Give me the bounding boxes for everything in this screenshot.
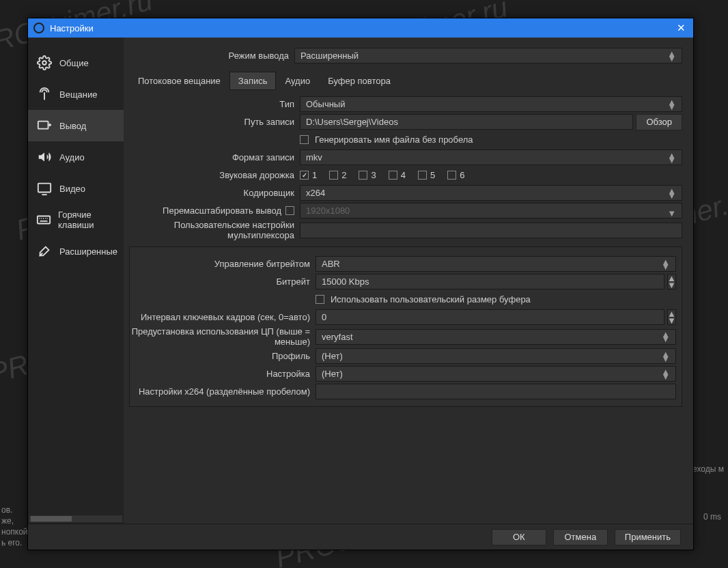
bg-text: 0 ms: [703, 512, 721, 522]
chevron-updown-icon: ▲▼: [661, 332, 670, 341]
chevron-updown-icon: ▲▼: [667, 188, 676, 198]
bitrate-input[interactable]: 15000 Kbps: [316, 274, 664, 289]
nospace-label: Генерировать имя файла без пробела: [315, 134, 473, 145]
speaker-icon: [36, 149, 53, 165]
chevron-updown-icon: ▲▼: [661, 352, 670, 361]
chevron-updown-icon: ▲▼: [661, 369, 670, 379]
chevron-updown-icon: ▲▼: [661, 259, 670, 269]
rec-type-label: Тип: [129, 99, 300, 109]
settings-sidebar: Общие Вещание Вывод Аудио Видео Горячие …: [28, 38, 124, 524]
sidebar-item-hotkeys[interactable]: Горячие клавиши: [28, 204, 124, 236]
profile-select[interactable]: (Нет)▲▼: [316, 348, 676, 364]
sidebar-scrollbar[interactable]: [29, 515, 122, 522]
tab-recording[interactable]: Запись: [229, 72, 277, 90]
track-6-checkbox[interactable]: [447, 171, 456, 180]
svg-rect-3: [38, 216, 50, 224]
output-mode-select[interactable]: Расширенный ▲▼: [294, 48, 682, 63]
antenna-icon: [36, 86, 53, 102]
sidebar-label: Вещание: [59, 89, 98, 100]
keyboard-icon: [36, 212, 51, 228]
sidebar-label: Расширенные: [59, 246, 117, 257]
tab-audio[interactable]: Аудио: [276, 72, 319, 90]
bitrate-label: Битрейт: [130, 276, 316, 287]
tune-label: Настройка: [130, 369, 316, 379]
close-icon[interactable]: ✕: [674, 22, 688, 34]
bitrate-spinner[interactable]: ▲▼: [667, 274, 676, 289]
x264opts-input[interactable]: [316, 384, 676, 399]
rec-tracks-label: Звуковая дорожка: [129, 170, 300, 180]
nospace-checkbox[interactable]: [300, 135, 309, 144]
apply-button[interactable]: Применить: [615, 529, 681, 545]
tools-icon: [36, 243, 53, 259]
rate-control-select[interactable]: ABR▲▼: [316, 256, 676, 272]
sidebar-item-output[interactable]: Вывод: [28, 110, 124, 141]
monitor-icon: [36, 180, 53, 197]
sidebar-label: Аудио: [59, 152, 85, 162]
rec-type-select[interactable]: Обычный▲▼: [300, 96, 682, 112]
tune-select[interactable]: (Нет)▲▼: [316, 366, 676, 382]
cancel-button[interactable]: Отмена: [553, 529, 608, 545]
keyint-label: Интервал ключевых кадров (сек, 0=авто): [130, 312, 316, 322]
keyint-input[interactable]: 0: [316, 309, 664, 325]
svg-rect-1: [38, 122, 48, 129]
keyint-spinner[interactable]: ▲▼: [667, 309, 676, 325]
select-value: Расширенный: [300, 51, 359, 61]
browse-button[interactable]: Обзор: [636, 114, 682, 130]
ok-button[interactable]: ОК: [492, 529, 546, 545]
svg-point-0: [42, 61, 46, 65]
chevron-updown-icon: ▲▼: [667, 51, 676, 61]
bg-text: ь его.: [1, 538, 22, 548]
track-2-checkbox[interactable]: [329, 171, 338, 180]
sidebar-label: Общие: [59, 58, 89, 68]
custom-buffer-label: Использовать пользовательский размер буф…: [331, 294, 531, 304]
rec-encoder-select[interactable]: x264▲▼: [300, 185, 682, 201]
rec-rescale-label: Перемасштабировать вывод: [163, 205, 281, 216]
x264opts-label: Настройки x264 (разделённые пробелом): [130, 386, 316, 397]
gear-icon: [36, 55, 53, 71]
chevron-updown-icon: ▲▼: [667, 100, 676, 109]
chevron-down-icon: ▲▼: [667, 206, 676, 216]
encoder-groupbox: Управление битрейтом ABR▲▼ Битрейт 15000…: [129, 246, 682, 407]
window-title: Настройки: [50, 23, 674, 33]
sidebar-label: Вывод: [59, 121, 86, 131]
bg-text: ов.: [1, 505, 12, 515]
obs-logo-icon: [33, 23, 44, 33]
bg-text: нопкой: [1, 527, 28, 537]
rec-mux-label: Пользовательские настройки мультиплексор…: [129, 220, 300, 240]
sidebar-item-video[interactable]: Видео: [28, 173, 124, 204]
rec-format-select[interactable]: mkv▲▼: [300, 150, 682, 165]
track-4-checkbox[interactable]: [389, 171, 397, 180]
output-mode-label: Режим вывода: [124, 51, 294, 61]
rec-encoder-label: Кодировщик: [129, 188, 300, 198]
sidebar-item-stream[interactable]: Вещание: [28, 79, 124, 110]
profile-label: Профиль: [130, 351, 316, 361]
preset-select[interactable]: veryfast▲▼: [316, 329, 676, 345]
rate-control-label: Управление битрейтом: [130, 259, 316, 269]
output-tabs: Потоковое вещание Запись Аудио Буфер пов…: [129, 72, 682, 90]
preset-label: Предустановка использования ЦП (выше = м…: [130, 326, 316, 347]
rec-rescale-select: 1920x1080▲▼: [300, 203, 682, 218]
track-3-checkbox[interactable]: [359, 171, 367, 180]
track-5-checkbox[interactable]: [418, 171, 427, 180]
rescale-checkbox[interactable]: [285, 206, 294, 215]
settings-dialog: Настройки ✕ Общие Вещание Вывод Аудио: [27, 18, 694, 550]
sidebar-label: Видео: [59, 184, 85, 194]
rec-format-label: Формат записи: [129, 152, 300, 162]
tab-replay-buffer[interactable]: Буфер повтора: [319, 72, 400, 90]
sidebar-item-general[interactable]: Общие: [28, 47, 124, 79]
dialog-footer: ОК Отмена Применить: [28, 524, 693, 550]
sidebar-item-advanced[interactable]: Расширенные: [28, 236, 124, 267]
settings-content: Режим вывода Расширенный ▲▼ Потоковое ве…: [124, 38, 693, 524]
chevron-updown-icon: ▲▼: [667, 153, 676, 162]
rec-mux-input[interactable]: [300, 223, 682, 238]
svg-rect-2: [38, 184, 51, 193]
custom-buffer-checkbox[interactable]: [316, 295, 324, 304]
track-1-checkbox[interactable]: [300, 171, 309, 180]
output-icon: [36, 117, 53, 134]
rec-path-input[interactable]: D:\Users\Sergej\Videos: [300, 114, 633, 130]
tab-streaming[interactable]: Потоковое вещание: [129, 72, 229, 90]
rec-path-label: Путь записи: [129, 117, 300, 127]
bg-text: же,: [1, 516, 14, 526]
titlebar[interactable]: Настройки ✕: [28, 18, 693, 38]
sidebar-item-audio[interactable]: Аудио: [28, 141, 124, 173]
